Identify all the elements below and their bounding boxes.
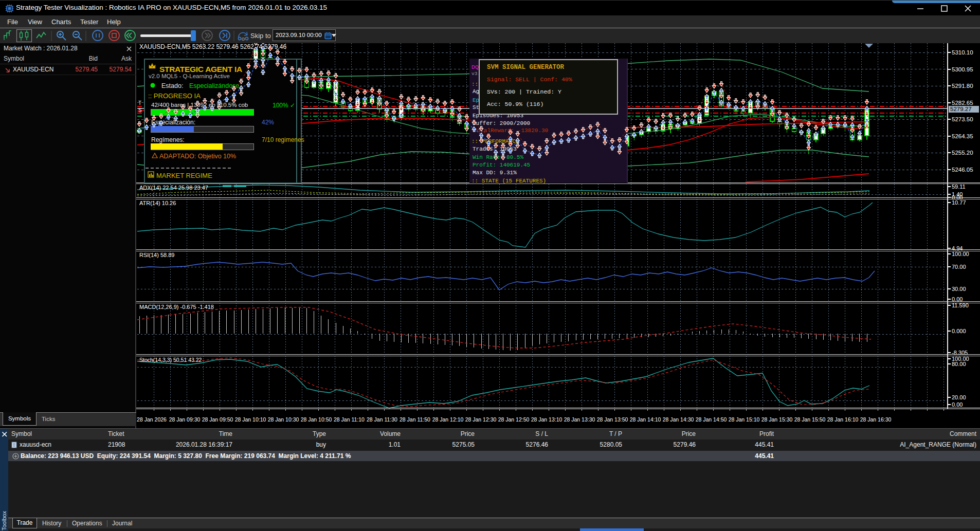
svg-text:Buffer: 2000/2000: Buffer: 2000/2000	[473, 120, 530, 126]
svg-text:Skip to: Skip to	[250, 32, 271, 40]
svg-text:Max DD: 9.31%: Max DD: 9.31%	[473, 170, 517, 176]
svg-text:5246.05: 5246.05	[952, 167, 973, 173]
svg-text:28 Jan 15:30: 28 Jan 15:30	[761, 416, 793, 423]
svg-text:42/400 bares | 13992 ep | 10.5: 42/400 bares | 13992 ep | 10.5% cob	[151, 102, 248, 108]
svg-text:10.77: 10.77	[952, 199, 966, 206]
svg-text:SVM SIGNAL GENERATOR: SVM SIGNAL GENERATOR	[487, 64, 565, 71]
svg-text:v2.0 MQL5 - Q-Learning Active: v2.0 MQL5 - Q-Learning Active	[149, 73, 230, 79]
svg-text:28 Jan 13:30: 28 Jan 13:30	[564, 416, 595, 423]
svg-text:28 Jan 14:30: 28 Jan 14:30	[663, 416, 694, 423]
svg-text:Regímenes:: Regímenes:	[151, 136, 185, 143]
svg-text:Signal: SELL | Conf: 40%: Signal: SELL | Conf: 40%	[487, 76, 572, 83]
svg-text:28 Jan 13:50: 28 Jan 13:50	[597, 416, 628, 423]
svg-text:7/10 regimenes: 7/10 regimenes	[262, 136, 304, 143]
svg-text:28 Jan 09:30: 28 Jan 09:30	[169, 416, 201, 423]
svg-text:28 Jan 14:50: 28 Jan 14:50	[696, 416, 727, 423]
svg-text:MACD(12,26,9) -0.675 -1.418: MACD(12,26,9) -0.675 -1.418	[139, 304, 214, 310]
svg-text:0.00: 0.00	[952, 401, 963, 408]
svg-text:Acc: 50.9% (116): Acc: 50.9% (116)	[487, 101, 543, 107]
svg-text:28 Jan 2026: 28 Jan 2026	[137, 416, 167, 423]
svg-text:5264.35: 5264.35	[952, 133, 973, 139]
svg-text:11.590: 11.590	[952, 302, 969, 308]
svg-text:28 Jan 10:10: 28 Jan 10:10	[235, 416, 266, 423]
svg-text:Estado:: Estado:	[161, 82, 183, 89]
svg-text:ADX(14) 22.54 25.98 23.47: ADX(14) 22.54 25.98 23.47	[139, 185, 208, 191]
svg-text:ATR(14) 10.26: ATR(14) 10.26	[139, 200, 176, 206]
svg-text:STRATEGIC AGENT IA: STRATEGIC AGENT IA	[159, 65, 242, 74]
svg-text:5279.27: 5279.27	[950, 106, 972, 112]
svg-text:Stoch(14,3,3) 50.51 43.22: Stoch(14,3,3) 50.51 43.22	[139, 357, 202, 363]
svg-text:28 Jan 11:10: 28 Jan 11:10	[334, 416, 365, 423]
svg-text:59.11: 59.11	[952, 184, 966, 190]
svg-text:28 Jan 15:10: 28 Jan 15:10	[729, 416, 760, 423]
svg-text:T: T	[138, 100, 141, 106]
svg-text:5273.50: 5273.50	[952, 116, 973, 122]
svg-text:5310.10: 5310.10	[952, 49, 973, 56]
svg-text:Win Rate: 80.5%: Win Rate: 80.5%	[473, 154, 523, 160]
svg-text:-8.305: -8.305	[952, 350, 968, 356]
svg-text:28 Jan 10:50: 28 Jan 10:50	[301, 416, 332, 423]
svg-text:42%: 42%	[262, 119, 274, 126]
svg-text:MARKET REGIME: MARKET REGIME	[156, 172, 212, 179]
svg-text:28 Jan 16:10: 28 Jan 16:10	[827, 416, 859, 423]
svg-text:100.00: 100.00	[952, 251, 969, 257]
svg-text:SVs: 200 | Trained: Y: SVs: 200 | Trained: Y	[487, 88, 561, 95]
svg-text:28 Jan 12:30: 28 Jan 12:30	[465, 416, 497, 423]
svg-text:0.00: 0.00	[952, 296, 963, 302]
svg-text:RSI(14) 58.89: RSI(14) 58.89	[139, 252, 174, 258]
svg-text:5291.80: 5291.80	[952, 83, 973, 89]
svg-text:5282.65: 5282.65	[952, 100, 973, 106]
svg-text:28 Jan 11:30: 28 Jan 11:30	[367, 416, 397, 423]
svg-text:0.000: 0.000	[952, 328, 966, 334]
svg-text:28 Jan 15:50: 28 Jan 15:50	[794, 416, 826, 423]
svg-text:28 Jan 11:50: 28 Jan 11:50	[400, 416, 430, 423]
svg-text:XAUUSD-ECN,M5 5263.22 5279.46: XAUUSD-ECN,M5 5263.22 5279.46 5262.74 52…	[139, 43, 287, 50]
svg-text:28 Jan 14:10: 28 Jan 14:10	[630, 416, 661, 423]
svg-text:28 Jan 13:10: 28 Jan 13:10	[531, 416, 562, 423]
svg-text:20.00: 20.00	[952, 394, 966, 400]
svg-text:30.00: 30.00	[952, 286, 966, 292]
svg-text:28 Jan 12:50: 28 Jan 12:50	[498, 416, 530, 423]
svg-text:S: S	[138, 107, 142, 113]
svg-text:28 Jan 09:50: 28 Jan 09:50	[202, 416, 233, 423]
svg-text:Especialización:: Especialización:	[151, 119, 195, 126]
svg-text:ADAPTADO: Objetivo 10%: ADAPTADO: Objetivo 10%	[159, 153, 236, 160]
svg-text:28 Jan 16:30: 28 Jan 16:30	[860, 416, 892, 423]
svg-text::: STATE (15 FEATURES): :: STATE (15 FEATURES)	[471, 178, 546, 184]
svg-text:100% ✓: 100% ✓	[273, 102, 295, 109]
svg-text:5300.95: 5300.95	[952, 66, 973, 72]
svg-text:5255.20: 5255.20	[952, 150, 973, 156]
svg-text:Profit: 140619.45: Profit: 140619.45	[473, 162, 530, 168]
svg-text::: PROGRESO IA: :: PROGRESO IA	[148, 92, 201, 100]
svg-text:80.00: 80.00	[952, 361, 966, 367]
svg-text:28 Jan 10:30: 28 Jan 10:30	[268, 416, 299, 423]
svg-text:28 Jan 12:10: 28 Jan 12:10	[432, 416, 464, 423]
svg-text:70.00: 70.00	[952, 264, 966, 270]
